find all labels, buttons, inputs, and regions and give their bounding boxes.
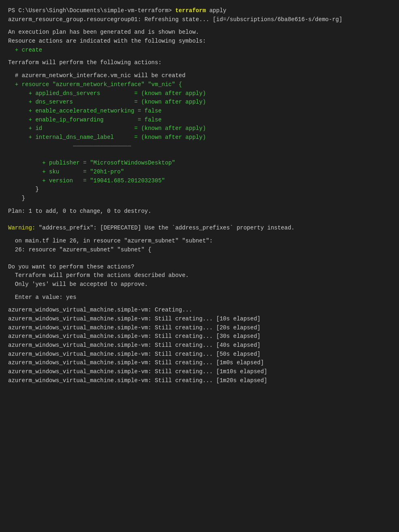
publisher-line: + publisher = "MicrosoftWindowsDesktop"	[8, 159, 391, 168]
terraform-perform-line: Terraform will perform the following act…	[8, 58, 391, 67]
warning-line: Warning: "address_prefix": [DEPRECATED] …	[8, 224, 391, 233]
create-symbol-line: + create	[8, 46, 391, 55]
creating-line-20s: azurerm_windows_virtual_machine.simple-v…	[8, 324, 391, 333]
spacer	[8, 155, 391, 159]
enable-accel-line: + enable_accelerated_networking = false	[8, 107, 391, 116]
nic-comment-line: # azurerm_network_interface.vm_nic will …	[8, 71, 391, 80]
refresh-line: azurerm_resource_group.resourcegroup01: …	[8, 15, 391, 24]
creating-line-1m10s: azurerm_windows_virtual_machine.simple-v…	[8, 368, 391, 376]
plan-summary-line: Plan: 1 to add, 0 to change, 0 to destro…	[8, 207, 391, 216]
warning-text: "address_prefix": [DEPRECATED] Use the `…	[35, 225, 295, 231]
id-line: + id = (known after apply)	[8, 124, 391, 133]
internal-dns-line: + internal_dns_name_label = (known after…	[8, 133, 391, 142]
spacer	[8, 289, 391, 293]
prompt-prefix: PS C:\Users\Singh\Documents\simple-vm-te…	[8, 7, 175, 14]
code-line-26: 26: resource "azurerm_subnet" "subnet" {	[8, 246, 391, 255]
spacer	[8, 233, 391, 237]
creating-line-30s: azurerm_windows_virtual_machine.simple-v…	[8, 332, 391, 341]
dns-servers-line: + dns_servers = (known after apply)	[8, 98, 391, 107]
spacer	[8, 255, 391, 259]
applied-dns-line: + applied_dns_servers = (known after app…	[8, 89, 391, 98]
prompt-line: PS C:\Users\Singh\Documents\simple-vm-te…	[8, 6, 391, 15]
enter-value-line: Enter a value: yes	[8, 293, 391, 302]
sku-line: + sku = "20h1-pro"	[8, 168, 391, 177]
creating-line-10s: azurerm_windows_virtual_machine.simple-v…	[8, 315, 391, 324]
spacer	[8, 67, 391, 71]
apply-command: apply	[206, 7, 226, 14]
confirm-detail-1: Terraform will perform the actions descr…	[8, 271, 391, 280]
spacer	[8, 220, 391, 224]
warning-keyword: Warning:	[8, 225, 35, 231]
confirm-question: Do you want to perform these actions?	[8, 263, 391, 272]
creating-line-0: azurerm_windows_virtual_machine.simple-v…	[8, 306, 391, 315]
exec-plan-line: An execution plan has been generated and…	[8, 28, 391, 37]
main-tf-line: on main.tf line 26, in resource "azurerm…	[8, 237, 391, 246]
creating-line-40s: azurerm_windows_virtual_machine.simple-v…	[8, 341, 391, 350]
enable-ip-line: + enable_ip_forwarding = false	[8, 116, 391, 125]
spacer	[8, 259, 391, 263]
terminal: PS C:\Users\Singh\Documents\simple-vm-te…	[8, 6, 391, 385]
spacer	[8, 24, 391, 28]
confirm-detail-2: Only 'yes' will be accepted to approve.	[8, 280, 391, 289]
spacer	[8, 203, 391, 207]
version-line: + version = "19041.685.2012032305"	[8, 177, 391, 186]
nic-resource-line: + resource "azurerm_network_interface" "…	[8, 80, 391, 89]
creating-line-1m20s: azurerm_windows_virtual_machine.simple-v…	[8, 376, 391, 385]
spacer	[8, 216, 391, 220]
terraform-keyword: terraform	[175, 7, 206, 14]
divider-line: ─────────────────	[8, 142, 391, 151]
creating-line-50s: azurerm_windows_virtual_machine.simple-v…	[8, 350, 391, 359]
resource-actions-line: Resource actions are indicated with the …	[8, 37, 391, 46]
inner-close-brace: }	[8, 185, 391, 194]
outer-close-brace: }	[8, 194, 391, 203]
spacer	[8, 54, 391, 58]
spacer	[8, 151, 391, 155]
creating-line-1m0s: azurerm_windows_virtual_machine.simple-v…	[8, 359, 391, 368]
spacer	[8, 302, 391, 306]
